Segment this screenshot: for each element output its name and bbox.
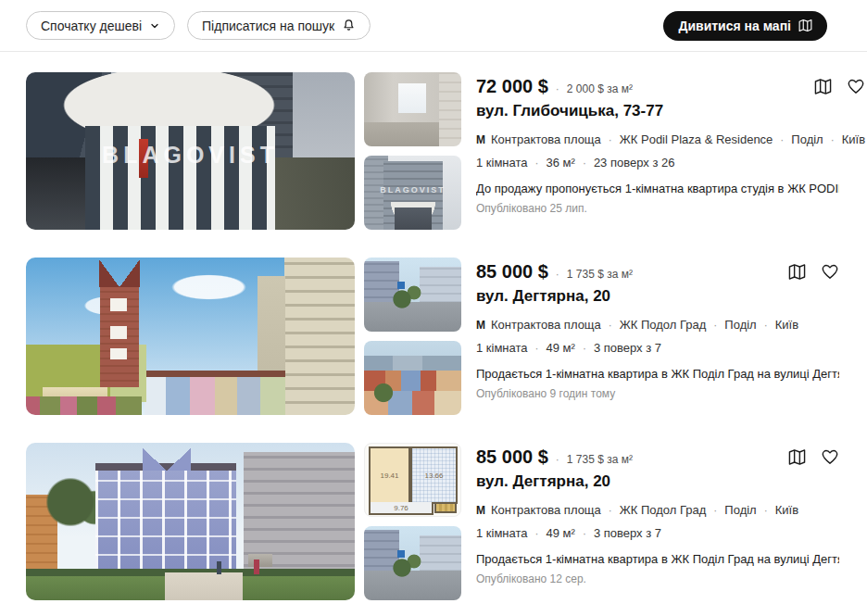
rooms-count: 1 кімната	[476, 341, 528, 355]
listing-card[interactable]: 85 000 $ · 1 735 $ за м² вул. Дегтярна, …	[26, 258, 834, 415]
separator-dot: ·	[535, 342, 539, 355]
listing-price: 85 000 $	[476, 446, 548, 468]
metro-station: Контрактова площа	[491, 318, 601, 332]
separator-dot: ·	[831, 133, 835, 146]
floorplan-hall-area: 9.76	[394, 504, 408, 512]
map-icon	[798, 19, 812, 32]
listing-photo-thumb-floorplan[interactable]: 19.41 13.66 9.76	[364, 443, 461, 517]
published-date: Опубліковано 25 лип.	[476, 202, 865, 215]
listing-photos: 19.41 13.66 9.76	[26, 443, 461, 600]
favorite-heart-icon[interactable]	[821, 263, 839, 281]
listing-photo-main[interactable]: BLAGOVIST	[26, 72, 355, 230]
metro-station: Контрактова площа	[491, 503, 601, 517]
listing-photo-thumb-rooftops[interactable]	[364, 341, 461, 415]
separator-dot: ·	[609, 133, 612, 146]
listings-results: BLAGOVIST BLAGOVIST 72 000 $ · 2 000 $ з…	[0, 52, 867, 600]
separator-dot: ·	[764, 319, 768, 332]
published-date: Опубліковано 9 годин тому	[476, 387, 839, 400]
listing-photos	[26, 258, 461, 415]
separator-dot: ·	[609, 504, 612, 517]
listing-specs-meta: 1 кімната · 49 м² · 3 поверх з 7	[476, 341, 839, 355]
residential-complex: ЖК Подол Град	[620, 503, 707, 517]
district: Поділ	[724, 503, 756, 517]
favorite-heart-icon[interactable]	[847, 78, 865, 95]
listing-photo-main[interactable]	[26, 443, 355, 600]
listing-actions	[814, 76, 865, 95]
price-per-m2: 1 735 $ за м²	[567, 268, 633, 281]
residential-complex: ЖК Подол Град	[620, 318, 707, 332]
separator-dot: ·	[535, 157, 539, 170]
price-row: 72 000 $ · 2 000 $ за м²	[476, 76, 865, 97]
separator-dot: ·	[780, 133, 784, 146]
metro-station: Контрактова площа	[491, 132, 601, 146]
listing-description: Продається 1-кімнатна квартира в ЖК Поді…	[476, 552, 839, 566]
city: Київ	[842, 132, 865, 146]
metro-icon: М	[476, 319, 485, 332]
listing-price: 72 000 $	[476, 76, 548, 97]
floorplan-hall: 9.76	[369, 502, 434, 515]
listing-thumbs: 19.41 13.66 9.76	[364, 443, 461, 600]
floorplan-room: 13.66	[410, 446, 458, 504]
favorite-heart-icon[interactable]	[821, 448, 839, 466]
listing-card[interactable]: 19.41 13.66 9.76 85 000 $ · 1 735 $ за м…	[26, 443, 834, 600]
floor-info: 23 поверх з 26	[594, 156, 675, 170]
toolbar: Спочатку дешеві Підписатися на пошук Див…	[0, 0, 867, 52]
listing-address[interactable]: вул. Дегтярна, 20	[476, 287, 839, 306]
show-on-map-icon[interactable]	[788, 448, 806, 466]
price-per-m2: 2 000 $ за м²	[567, 82, 633, 95]
area: 36 м²	[547, 156, 575, 170]
floor-info: 3 поверх з 7	[594, 526, 661, 540]
listing-photo-thumb-street[interactable]	[364, 258, 461, 332]
listing-location-meta: М Контрактова площа · ЖК Подол Град · По…	[476, 503, 839, 517]
listing-actions	[788, 446, 839, 466]
listing-card[interactable]: BLAGOVIST BLAGOVIST 72 000 $ · 2 000 $ з…	[26, 72, 834, 230]
rooms-count: 1 кімната	[476, 156, 528, 170]
listing-description: До продажу пропонується 1-кімнатна кварт…	[476, 182, 839, 195]
chevron-down-icon	[149, 20, 160, 31]
price-row: 85 000 $ · 1 735 $ за м²	[476, 261, 839, 283]
listing-thumbs: BLAGOVIST	[364, 72, 461, 230]
listing-photo-thumb-street[interactable]	[364, 526, 461, 600]
floorplan-room: 19.41	[369, 446, 410, 504]
separator-dot: ·	[713, 504, 717, 517]
listing-price: 85 000 $	[476, 261, 548, 283]
listing-photo-thumb-interior[interactable]	[364, 72, 461, 146]
listing-photo-thumb-exterior[interactable]: BLAGOVIST	[364, 156, 461, 230]
view-on-map-label: Дивитися на мапі	[678, 19, 791, 33]
city: Київ	[775, 503, 798, 517]
separator-dot: ·	[583, 527, 586, 540]
separator-dot: ·	[609, 319, 612, 332]
price-row: 85 000 $ · 1 735 $ за м²	[476, 446, 839, 468]
district: Поділ	[791, 132, 823, 146]
sort-dropdown-label: Спочатку дешеві	[41, 19, 142, 33]
view-on-map-button[interactable]: Дивитися на мапі	[663, 11, 827, 41]
show-on-map-icon[interactable]	[788, 263, 806, 281]
listing-info: 85 000 $ · 1 735 $ за м² вул. Дегтярна, …	[461, 443, 839, 600]
area: 49 м²	[547, 526, 575, 540]
separator-dot: ·	[535, 527, 539, 540]
listing-address[interactable]: вул. Глибочицька, 73-77	[476, 102, 865, 120]
city: Київ	[775, 318, 798, 332]
listing-address[interactable]: вул. Дегтярна, 20	[476, 472, 839, 491]
listing-description: Продається 1-кімнатна квартира в ЖК Поді…	[476, 367, 839, 381]
listing-photo-main[interactable]	[26, 258, 355, 415]
area: 49 м²	[547, 341, 575, 355]
rooms-count: 1 кімната	[476, 526, 528, 540]
sort-dropdown[interactable]: Спочатку дешеві	[26, 11, 175, 40]
price-group: 85 000 $ · 1 735 $ за м²	[476, 446, 633, 468]
residential-complex: ЖК Podil Plaza & Residence	[620, 132, 773, 146]
listing-photos: BLAGOVIST BLAGOVIST	[26, 72, 461, 230]
subscribe-search-button[interactable]: Підписатися на пошук	[187, 11, 371, 40]
listing-specs-meta: 1 кімната · 36 м² · 23 поверх з 26	[476, 156, 865, 170]
listing-location-meta: М Контрактова площа · ЖК Подол Град · По…	[476, 318, 839, 332]
toolbar-left-group: Спочатку дешеві Підписатися на пошук	[26, 11, 371, 40]
listing-info: 85 000 $ · 1 735 $ за м² вул. Дегтярна, …	[461, 258, 839, 415]
photo-watermark: BLAGOVIST	[26, 142, 355, 169]
show-on-map-icon[interactable]	[814, 78, 832, 95]
listing-specs-meta: 1 кімната · 49 м² · 3 поверх з 7	[476, 526, 839, 540]
published-date: Опубліковано 12 сер.	[476, 572, 839, 585]
separator-dot: ·	[583, 157, 586, 170]
listing-info: 72 000 $ · 2 000 $ за м² вул. Глибочицьк…	[461, 72, 865, 230]
photo-watermark: BLAGOVIST	[364, 185, 461, 195]
bell-icon	[342, 19, 356, 32]
